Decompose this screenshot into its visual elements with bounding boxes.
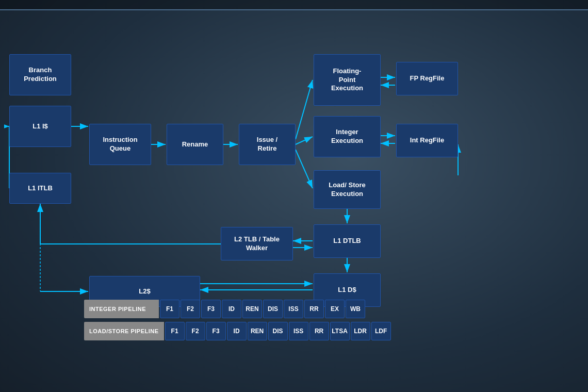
svg-line-8 bbox=[296, 150, 313, 188]
title-bar bbox=[0, 0, 588, 10]
ls-stage-f3: F3 bbox=[206, 322, 226, 340]
block-issue_retire: Issue /Retire bbox=[239, 124, 296, 165]
ls-stage-dis: DIS bbox=[268, 322, 288, 340]
int-stage-f3: F3 bbox=[201, 300, 221, 318]
ls-stage-id: ID bbox=[227, 322, 247, 340]
block-l2_tlb: L2 TLB / TableWalker bbox=[221, 227, 293, 260]
int-stage-id: ID bbox=[222, 300, 241, 318]
loadstore-pipeline-label: LOAD/STORE PIPELINE bbox=[84, 322, 164, 340]
ls-stage-f2: F2 bbox=[186, 322, 205, 340]
block-int_execution: IntegerExecution bbox=[314, 116, 381, 157]
ls-stage-f1: F1 bbox=[165, 322, 185, 340]
block-fp_execution: Floating-PointExecution bbox=[314, 54, 381, 106]
loadstore-pipeline-row: LOAD/STORE PIPELINEF1F2F3IDRENDISISSRRLT… bbox=[84, 322, 580, 340]
block-l1_itlb: L1 ITLB bbox=[9, 173, 71, 204]
int-stage-dis: DIS bbox=[263, 300, 283, 318]
int-stage-ex: EX bbox=[325, 300, 345, 318]
ls-stage-iss: ISS bbox=[289, 322, 308, 340]
block-instruction_queue: InstructionQueue bbox=[89, 124, 151, 165]
block-load_store: Load/ StoreExecution bbox=[314, 170, 381, 209]
int-stage-wb: WB bbox=[346, 300, 365, 318]
int-stage-ren: REN bbox=[242, 300, 262, 318]
svg-line-7 bbox=[296, 80, 313, 139]
block-l1_dtlb: L1 DTLB bbox=[314, 224, 381, 258]
block-fp_regfile: FP RegFile bbox=[396, 62, 458, 95]
int-stage-iss: ISS bbox=[284, 300, 303, 318]
ls-stage-ldr: LDR bbox=[351, 322, 370, 340]
block-int_regfile: Int RegFile bbox=[396, 124, 458, 157]
int-stage-f1: F1 bbox=[160, 300, 179, 318]
integer-pipeline-label: INTEGER PIPELINE bbox=[84, 300, 159, 318]
block-branch_prediction: BranchPrediction bbox=[9, 54, 71, 95]
ls-stage-ldf: LDF bbox=[371, 322, 391, 340]
ls-stage-ren: REN bbox=[248, 322, 267, 340]
int-stage-f2: F2 bbox=[181, 300, 200, 318]
ls-stage-ltsa: LTSA bbox=[330, 322, 350, 340]
ls-stage-rr: RR bbox=[309, 322, 329, 340]
diagram: BranchPredictionL1 I$L1 ITLBInstructionQ… bbox=[4, 15, 584, 367]
svg-line-6 bbox=[296, 137, 313, 144]
block-l1_icache: L1 I$ bbox=[9, 106, 71, 147]
main-content: BranchPredictionL1 I$L1 ITLBInstructionQ… bbox=[0, 10, 588, 371]
block-rename: Rename bbox=[167, 124, 223, 165]
integer-pipeline-row: INTEGER PIPELINEF1F2F3IDRENDISISSRREXWB bbox=[84, 300, 580, 318]
int-stage-rr: RR bbox=[304, 300, 324, 318]
